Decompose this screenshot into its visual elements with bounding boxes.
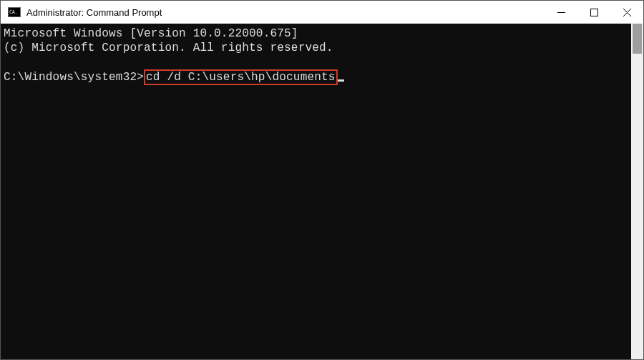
version-line: Microsoft Windows [Version 10.0.22000.67…	[4, 27, 298, 40]
vertical-scrollbar[interactable]	[631, 24, 643, 359]
command-highlight: cd /d C:\users\hp\documents	[144, 69, 338, 85]
maximize-button[interactable]	[577, 1, 610, 24]
command-text: cd /d C:\users\hp\documents	[146, 71, 336, 84]
command-prompt-window: CA. Administrator: Command Prompt Micros…	[0, 0, 644, 360]
titlebar[interactable]: CA. Administrator: Command Prompt	[1, 1, 643, 24]
close-button[interactable]	[610, 1, 643, 24]
text-cursor	[338, 79, 344, 82]
cmd-icon-label: CA.	[9, 10, 17, 15]
prompt-text: C:\Windows\system32>	[4, 71, 144, 84]
scrollbar-thumb[interactable]	[633, 24, 642, 54]
window-title: Administrator: Command Prompt	[26, 7, 545, 18]
cmd-icon: CA.	[8, 7, 21, 17]
copyright-line: (c) Microsoft Corporation. All rights re…	[4, 42, 333, 54]
content-area: Microsoft Windows [Version 10.0.22000.67…	[1, 24, 643, 359]
minimize-button[interactable]	[545, 1, 577, 24]
minimize-icon	[557, 9, 565, 16]
maximize-icon	[590, 9, 598, 16]
terminal-output[interactable]: Microsoft Windows [Version 10.0.22000.67…	[1, 24, 631, 359]
close-icon	[623, 9, 631, 16]
svg-rect-1	[590, 9, 597, 16]
window-controls	[545, 1, 643, 24]
